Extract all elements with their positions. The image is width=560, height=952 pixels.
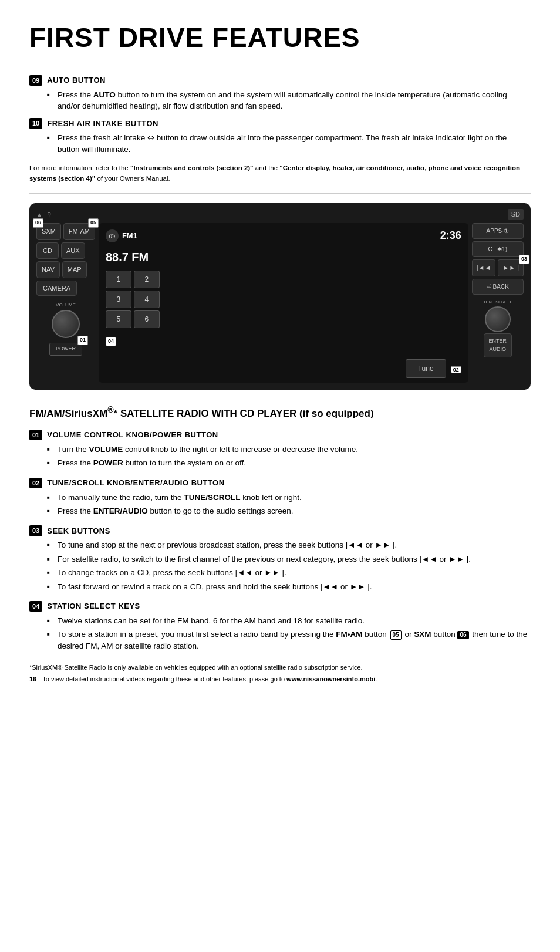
- seek-bullet-1: To tune and stop at the next or previous…: [47, 539, 531, 551]
- badge-09: 09: [29, 75, 42, 86]
- volume-bullets: Turn the VOLUME control knob to the righ…: [47, 444, 531, 469]
- fmam-btn-wrapper: FM-AM 05: [63, 223, 95, 240]
- camera-button[interactable]: CAMERA: [36, 281, 77, 296]
- section-volume: 01 VOLUME CONTROL KNOB/POWER BUTTON Turn…: [29, 429, 531, 469]
- tune-bullet-1: To manually tune the radio, turn the TUN…: [47, 492, 531, 504]
- badge-01: 01: [29, 430, 42, 441]
- section-title-volume: VOLUME CONTROL KNOB/POWER BUTTON: [47, 429, 218, 441]
- badge-02: 02: [29, 478, 42, 489]
- section-title-station: STATION SELECT KEYS: [47, 600, 140, 612]
- display-main: SXM 06 FM-AM 05 CD AUX NAV MAP CAMERA: [36, 223, 524, 383]
- tune-bullets: To manually tune the radio, turn the TUN…: [47, 492, 531, 517]
- badge-06-inline: 06: [457, 631, 468, 640]
- fresh-air-bullets: Press the fresh air intake ⇔ button to d…: [47, 132, 531, 155]
- map-button[interactable]: MAP: [62, 261, 87, 278]
- section-tune: 02 TUNE/SCROLL KNOB/ENTER/AUDIO BUTTON T…: [29, 477, 531, 517]
- section-title-tune: TUNE/SCROLL KNOB/ENTER/AUDIO BUTTON: [47, 477, 224, 489]
- seek-bullets: To tune and stop at the next or previous…: [47, 539, 531, 592]
- section-heading-fresh-air: 10 FRESH AIR INTAKE BUTTON: [29, 118, 531, 130]
- sxm-fmam-row: SXM 06 FM-AM 05: [36, 223, 95, 240]
- section-heading-volume: 01 VOLUME CONTROL KNOB/POWER BUTTON: [29, 429, 531, 441]
- tune-area: Tune 02: [106, 359, 461, 378]
- seek-bullet-4: To fast forward or rewind a track on a C…: [47, 581, 531, 593]
- badge-04: 04: [29, 601, 42, 612]
- volume-area: VOLUME POWER 01: [36, 302, 95, 356]
- section-heading-seek: 03 SEEK BUTTONS: [29, 525, 531, 537]
- camera-row: CAMERA: [36, 281, 95, 296]
- screen-header: ())) FM1 2:36: [106, 228, 461, 244]
- display-sd-label: SD: [508, 209, 524, 220]
- back-button[interactable]: ⏎ BACK: [472, 279, 524, 295]
- seek-row: |◄◄ ►► | 03: [472, 259, 524, 276]
- badge-05-overlay: 05: [88, 218, 99, 228]
- badge-01-overlay: 01: [77, 336, 88, 345]
- section-heading-tune: 02 TUNE/SCROLL KNOB/ENTER/AUDIO BUTTON: [29, 477, 531, 489]
- auto-bullet-1: Press the AUTO button to turn the system…: [47, 89, 531, 112]
- badge-10: 10: [29, 118, 42, 129]
- fm-label-area: ())) FM1: [106, 229, 137, 242]
- enter-audio-button[interactable]: ENTERAUDIO: [484, 333, 512, 357]
- badge-05-inline: 05: [390, 630, 402, 640]
- tune-scroll-label: TUNE·SCROLL: [483, 299, 512, 306]
- seek-next-wrapper: ►► | 03: [498, 259, 524, 276]
- section-title-seek: SEEK BUTTONS: [47, 525, 110, 537]
- auto-button-bullets: Press the AUTO button to turn the system…: [47, 89, 531, 112]
- frequency-display: 88.7 FM: [106, 248, 461, 266]
- divider: [29, 193, 531, 194]
- preset-5[interactable]: 5: [106, 310, 131, 328]
- fm-label: FM1: [122, 230, 137, 242]
- badge-02-wrapper: 02: [451, 363, 461, 375]
- phone-button[interactable]: C ✱1): [472, 241, 524, 257]
- preset-6[interactable]: 6: [134, 310, 160, 328]
- aux-button[interactable]: AUX: [61, 242, 85, 259]
- nav-map-row: NAV MAP: [36, 261, 95, 278]
- wireless-icon: ())): [106, 229, 119, 242]
- power-button[interactable]: POWER: [49, 343, 82, 356]
- section-seek: 03 SEEK BUTTONS To tune and stop at the …: [29, 525, 531, 593]
- section-station-select: 04 STATION SELECT KEYS Twelve stations c…: [29, 600, 531, 651]
- preset-2[interactable]: 2: [134, 271, 160, 288]
- cd-aux-row: CD AUX: [36, 242, 95, 259]
- footnote-satellite: *SiriusXM® Satellite Radio is only avail…: [29, 663, 531, 673]
- section-heading-auto: 09 AUTO BUTTON: [29, 75, 531, 86]
- page-number: 16: [29, 674, 36, 684]
- volume-bullet-2: Press the POWER button to turn the syste…: [47, 457, 531, 469]
- sxm-btn-wrapper: SXM 06: [36, 223, 61, 240]
- section-heading-station: 04 STATION SELECT KEYS: [29, 600, 531, 612]
- station-bullet-2: To store a station in a preset, you must…: [47, 629, 531, 651]
- tune-knob-area: TUNE·SCROLL ENTERAUDIO: [472, 299, 524, 358]
- display-top-bar: ▲ ⚲ SD: [36, 209, 524, 220]
- seek-prev-button[interactable]: |◄◄: [472, 259, 496, 276]
- volume-label: VOLUME: [56, 302, 76, 309]
- tune-bullet-2: Press the ENTER/AUDIO button to go to th…: [47, 505, 531, 517]
- power-btn-wrapper: POWER 01: [49, 340, 82, 356]
- section-auto-button: 09 AUTO BUTTON Press the AUTO button to …: [29, 75, 531, 155]
- preset-1[interactable]: 1: [106, 271, 131, 288]
- website-link: www.nissanownersinfo.mobi: [286, 676, 375, 683]
- seek-bullet-3: To change tracks on a CD, press the seek…: [47, 567, 531, 579]
- info-text: For more information, refer to the "Inst…: [29, 163, 531, 184]
- display-top-left-icon: ▲ ⚲: [36, 210, 51, 219]
- center-screen: ())) FM1 2:36 88.7 FM 1 2 3 4 5 6 04 Tun…: [99, 223, 468, 383]
- preset-3[interactable]: 3: [106, 291, 131, 308]
- page-title: FIRST DRIVE FEATURES: [29, 18, 531, 58]
- badge-02-overlay: 02: [451, 366, 461, 373]
- station-bullets: Twelve stations can be set for the FM ba…: [47, 615, 531, 652]
- cd-button[interactable]: CD: [36, 242, 59, 259]
- volume-knob[interactable]: [52, 310, 80, 338]
- section-title-fresh-air: FRESH AIR INTAKE BUTTON: [47, 118, 158, 130]
- badge-06-overlay: 06: [33, 218, 43, 228]
- car-display: ▲ ⚲ SD SXM 06 FM-AM 05 CD AUX NAV: [29, 203, 531, 390]
- badge-04-overlay: 04: [106, 337, 116, 346]
- apps-button[interactable]: APPS·①: [472, 223, 524, 239]
- nav-button[interactable]: NAV: [36, 261, 60, 278]
- preset-grid: 1 2 3 4 5 6: [106, 271, 461, 328]
- right-panel: APPS·① C ✱1) |◄◄ ►► | 03 ⏎ BACK TUNE·SCR…: [472, 223, 524, 383]
- section-title-auto: AUTO BUTTON: [47, 75, 106, 86]
- preset-4[interactable]: 4: [134, 291, 160, 308]
- badge-03-overlay: 03: [519, 255, 529, 264]
- time-display: 2:36: [440, 228, 461, 244]
- badge-03: 03: [29, 525, 42, 536]
- tune-button[interactable]: Tune: [406, 359, 446, 378]
- tune-scroll-knob[interactable]: [485, 306, 511, 332]
